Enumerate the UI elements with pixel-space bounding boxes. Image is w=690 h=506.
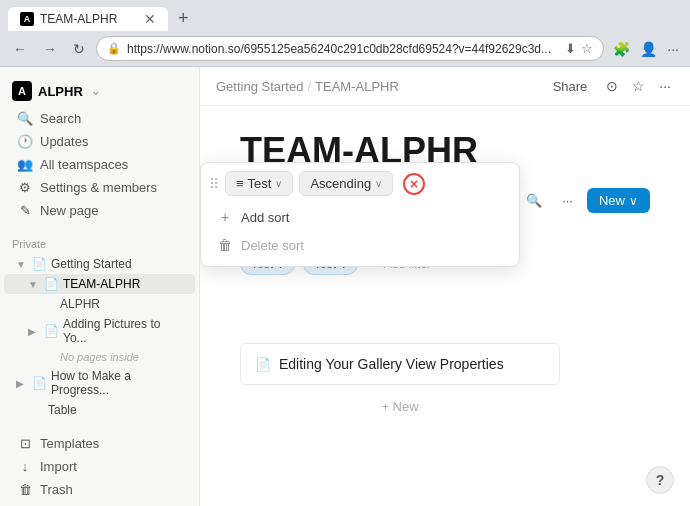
- sidebar-item-settings[interactable]: ⚙ Settings & members: [4, 176, 195, 199]
- add-sort-label: Add sort: [241, 210, 289, 225]
- workspace-name: ALPHR: [38, 84, 83, 99]
- sidebar-updates-label: Updates: [40, 134, 88, 149]
- sort-popup: ⠿ ≡ Test ∨ Ascending ∨ × + Add so: [200, 162, 520, 267]
- help-button[interactable]: ?: [646, 466, 674, 494]
- puzzle-icon[interactable]: 🧩: [610, 38, 633, 60]
- new-record-button[interactable]: New ∨: [587, 188, 650, 213]
- share-button[interactable]: Share: [545, 76, 596, 97]
- private-section-label: Private: [0, 234, 199, 254]
- tree-label-table: Table: [48, 403, 77, 417]
- forward-button[interactable]: →: [38, 38, 62, 60]
- address-icons: ⬇ ☆: [565, 41, 593, 56]
- tree-item-alphr[interactable]: ALPHR: [4, 294, 195, 314]
- workspace-header[interactable]: A ALPHR ⌄: [0, 75, 199, 107]
- tab-bar: A TEAM-ALPHR ✕ +: [0, 0, 690, 31]
- sort-actions: + Add sort 🗑 Delete sort: [209, 204, 511, 258]
- search-icon: 🔍: [16, 111, 34, 126]
- sidebar-item-import[interactable]: ↓ Import: [4, 455, 195, 478]
- address-bar[interactable]: 🔒 https://www.notion.so/6955125ea56240c2…: [96, 36, 604, 61]
- download-icon[interactable]: ⬇: [565, 41, 576, 56]
- search-button[interactable]: 🔍: [520, 190, 548, 211]
- new-tab-button[interactable]: +: [172, 6, 195, 31]
- card-icon: 📄: [255, 357, 271, 372]
- sidebar-item-trash[interactable]: 🗑 Trash: [4, 478, 195, 501]
- browser-action-icons: 🧩 👤 ···: [610, 38, 682, 60]
- tree-item-table[interactable]: Table: [4, 400, 195, 420]
- active-tab[interactable]: A TEAM-ALPHR ✕: [8, 7, 168, 31]
- tab-close-button[interactable]: ✕: [144, 12, 156, 26]
- sort-order-arrow: ∨: [375, 178, 382, 189]
- toggle-how-to-progress[interactable]: ▶: [16, 378, 28, 389]
- tree-item-how-to-progress[interactable]: ▶ 📄 How to Make a Progress...: [4, 366, 195, 400]
- db-more-button[interactable]: ···: [556, 190, 579, 211]
- trash-icon: 🗑: [16, 482, 34, 497]
- sort-property-selector[interactable]: ≡ Test ∨: [225, 171, 293, 196]
- no-pages-label: No pages inside: [0, 348, 199, 366]
- sidebar-item-templates[interactable]: ⊡ Templates: [4, 432, 195, 455]
- sidebar-item-teamspaces[interactable]: 👥 All teamspaces: [4, 153, 195, 176]
- toggle-getting-started[interactable]: ▼: [16, 259, 28, 270]
- import-icon: ↓: [16, 459, 34, 474]
- browser-account-icon[interactable]: 👤: [637, 38, 660, 60]
- tree-item-adding-pictures[interactable]: ▶ 📄 Adding Pictures to Yo...: [4, 314, 195, 348]
- new-btn-arrow: ∨: [629, 194, 638, 208]
- workspace-chevron: ⌄: [91, 85, 100, 98]
- delete-sort-button[interactable]: 🗑 Delete sort: [209, 232, 511, 258]
- new-item-row[interactable]: + New: [240, 393, 560, 420]
- page-icon-team-alphr: 📄: [44, 277, 59, 291]
- app: A ALPHR ⌄ 🔍 Search 🕐 Updates 👥 All teams…: [0, 67, 690, 506]
- settings-icon: ⚙: [16, 180, 34, 195]
- page-icon-getting-started: 📄: [32, 257, 47, 271]
- sort-remove-button[interactable]: ×: [403, 173, 425, 195]
- tree-label-how-to-progress: How to Make a Progress...: [51, 369, 187, 397]
- newpage-icon: ✎: [16, 203, 34, 218]
- back-button[interactable]: ←: [8, 38, 32, 60]
- new-btn-label: New: [599, 193, 625, 208]
- breadcrumb-part2[interactable]: TEAM-ALPHR: [315, 79, 399, 94]
- sort-row: ⠿ ≡ Test ∨ Ascending ∨ ×: [209, 171, 511, 196]
- reload-button[interactable]: ↻: [68, 38, 90, 60]
- tab-favicon: A: [20, 12, 34, 26]
- tree-item-team-alphr[interactable]: ▼ 📄 TEAM-ALPHR: [4, 274, 195, 294]
- tree-label-adding-pictures: Adding Pictures to Yo...: [63, 317, 187, 345]
- sort-order-label: Ascending: [310, 176, 371, 191]
- breadcrumb: Getting Started / TEAM-ALPHR: [216, 79, 537, 94]
- sidebar-templates-label: Templates: [40, 436, 99, 451]
- topbar-more-icon[interactable]: ···: [656, 75, 674, 97]
- toggle-team-alphr[interactable]: ▼: [28, 279, 40, 290]
- tree-item-getting-started[interactable]: ▼ 📄 Getting Started: [4, 254, 195, 274]
- lock-icon: 🔒: [107, 42, 121, 55]
- topbar-star-icon[interactable]: ☆: [629, 75, 648, 97]
- sidebar-item-search[interactable]: 🔍 Search: [4, 107, 195, 130]
- new-item-label: + New: [381, 399, 418, 414]
- tree-label-team-alphr: TEAM-ALPHR: [63, 277, 140, 291]
- toggle-adding-pictures[interactable]: ▶: [28, 326, 40, 337]
- sidebar-settings-label: Settings & members: [40, 180, 157, 195]
- card-title: Editing Your Gallery View Properties: [279, 356, 504, 372]
- teamspaces-icon: 👥: [16, 157, 34, 172]
- sidebar-newpage-label: New page: [40, 203, 99, 218]
- add-sort-button[interactable]: + Add sort: [209, 204, 511, 230]
- page-icon-how-to-progress: 📄: [32, 376, 47, 390]
- topbar: Getting Started / TEAM-ALPHR Share ⊙ ☆ ·…: [200, 67, 690, 106]
- workspace-icon: A: [12, 81, 32, 101]
- gallery-card[interactable]: 📄 Editing Your Gallery View Properties: [240, 343, 560, 385]
- browser-ellipsis-icon[interactable]: ···: [664, 38, 682, 60]
- topbar-help-icon[interactable]: ⊙: [603, 75, 621, 97]
- page-icon-adding-pictures: 📄: [44, 324, 59, 338]
- sidebar-item-newpage[interactable]: ✎ New page: [4, 199, 195, 222]
- templates-icon: ⊡: [16, 436, 34, 451]
- sidebar-item-updates[interactable]: 🕐 Updates: [4, 130, 195, 153]
- sidebar: A ALPHR ⌄ 🔍 Search 🕐 Updates 👥 All teams…: [0, 67, 200, 506]
- topbar-actions: Share ⊙ ☆ ···: [545, 75, 674, 97]
- sort-drag-handle[interactable]: ⠿: [209, 176, 219, 192]
- nav-bar: ← → ↻ 🔒 https://www.notion.so/6955125ea5…: [0, 31, 690, 66]
- sidebar-trash-label: Trash: [40, 482, 73, 497]
- address-star-icon[interactable]: ☆: [581, 41, 593, 56]
- breadcrumb-part1[interactable]: Getting Started: [216, 79, 303, 94]
- sort-order-selector[interactable]: Ascending ∨: [299, 171, 393, 196]
- updates-icon: 🕐: [16, 134, 34, 149]
- url-text: https://www.notion.so/6955125ea56240c291…: [127, 42, 559, 56]
- tree-label-alphr: ALPHR: [60, 297, 100, 311]
- sort-property-label: Test: [248, 176, 272, 191]
